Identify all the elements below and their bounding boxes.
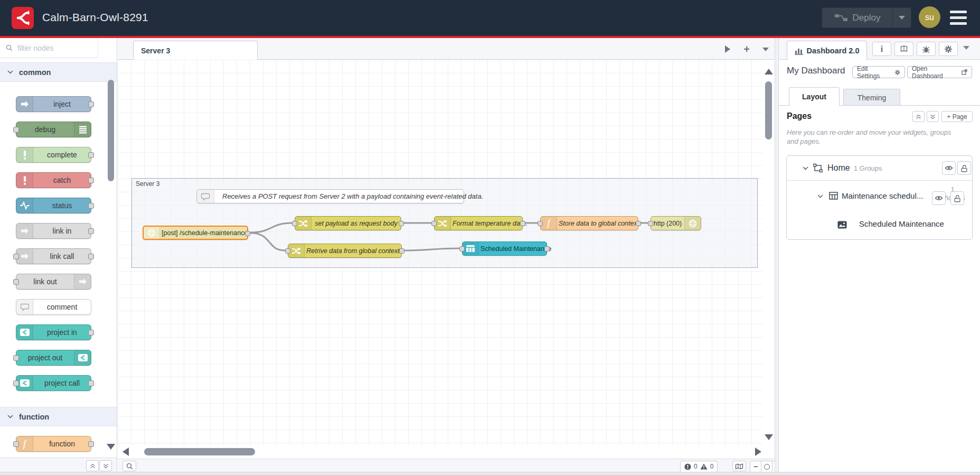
node-input-port[interactable] <box>13 355 19 361</box>
group-visibility-button[interactable] <box>932 191 946 205</box>
node-input-port[interactable] <box>13 254 19 259</box>
canvas-scroll-left-icon[interactable] <box>123 448 129 456</box>
node-input-port[interactable] <box>285 248 290 254</box>
deploy-button[interactable]: Deploy <box>822 7 911 28</box>
group-name: Maintenance schedul... <box>842 191 923 200</box>
tab-dashboard-2[interactable]: Dashboard 2.0 <box>787 41 867 60</box>
node-input-port[interactable] <box>292 221 297 226</box>
node-output-port[interactable] <box>636 221 641 226</box>
page-lock-button[interactable] <box>957 161 971 175</box>
zoom-reset-button[interactable] <box>761 461 772 472</box>
palette-node-catch[interactable]: catch <box>16 172 91 188</box>
page-visibility-button[interactable] <box>942 161 956 175</box>
flow-node-format-temperature[interactable]: Format temperature data. <box>434 216 523 230</box>
chevron-down-icon[interactable] <box>803 166 808 170</box>
node-output-port[interactable] <box>399 248 404 254</box>
node-input-port[interactable] <box>13 127 19 133</box>
sidebar-resize-handle[interactable] <box>775 38 779 472</box>
palette-scrollbar[interactable] <box>108 80 114 181</box>
inject-arrow-icon <box>16 97 33 111</box>
palette-node-project-out[interactable]: project out <box>16 350 91 366</box>
flow-node-http-response[interactable]: http (200) <box>651 216 701 230</box>
palette-node-debug[interactable]: debug <box>16 122 91 137</box>
info-tab-button[interactable]: i <box>872 42 891 56</box>
node-output-port[interactable] <box>88 441 94 447</box>
node-input-port[interactable] <box>459 246 465 252</box>
node-output-port[interactable] <box>88 330 94 336</box>
flow-node-http-in[interactable]: [post] /schedule-maintenance <box>143 226 248 240</box>
palette-node-status[interactable]: status <box>16 198 91 213</box>
canvas-horizontal-scrollbar[interactable] <box>144 448 255 455</box>
palette-filter-input[interactable] <box>16 43 90 53</box>
palette-node-function[interactable]: f function <box>16 436 91 452</box>
palette-category-function[interactable]: function <box>0 407 117 426</box>
collapse-all-pages-button[interactable] <box>912 111 925 122</box>
add-page-button[interactable]: + Page <box>941 111 973 122</box>
palette-node-project-in[interactable]: project in <box>16 324 91 340</box>
debug-tab-button[interactable] <box>917 42 936 56</box>
node-output-port[interactable] <box>88 152 94 158</box>
open-dashboard-button[interactable]: Open Dashboard <box>907 66 972 78</box>
node-input-port[interactable] <box>13 279 19 285</box>
node-input-port[interactable] <box>13 441 19 447</box>
node-output-port[interactable] <box>88 380 94 386</box>
node-output-port[interactable] <box>88 203 94 209</box>
group-lock-button[interactable] <box>950 191 964 205</box>
gear-icon <box>944 45 953 53</box>
edit-settings-button[interactable]: Edit Settings <box>852 66 905 78</box>
palette-node-comment[interactable]: comment <box>16 299 91 315</box>
node-output-port[interactable] <box>245 231 250 236</box>
zoom-out-button[interactable]: − <box>750 461 761 472</box>
tree-row-widget[interactable]: Scheduled Maintenance <box>787 211 972 239</box>
canvas-scroll-right-icon[interactable] <box>755 448 761 456</box>
navigator-button[interactable] <box>732 461 746 471</box>
palette-category-common[interactable]: common <box>0 62 117 82</box>
tab-layout[interactable]: Layout <box>789 87 840 106</box>
palette-node-inject[interactable]: inject <box>16 96 91 112</box>
bug-icon <box>922 45 930 53</box>
canvas-scroll-down-icon[interactable] <box>765 434 773 440</box>
palette-expand-all-button[interactable] <box>99 460 112 471</box>
flow-node-set-payload[interactable]: set payload as request body <box>295 216 401 230</box>
search-flows-button[interactable] <box>123 461 136 471</box>
tree-row-group[interactable]: Maintenance schedul... 1 Widgets <box>787 181 972 211</box>
tab-theming[interactable]: Theming <box>843 89 900 106</box>
flow-node-retrieve-global[interactable]: Retrive data from global context <box>288 244 402 258</box>
node-output-port[interactable] <box>88 228 94 234</box>
palette-node-link-call[interactable]: link call <box>16 248 91 264</box>
node-output-port[interactable] <box>88 101 94 107</box>
node-input-port[interactable] <box>13 380 19 386</box>
tree-row-home[interactable]: Home 1 Groups <box>787 156 972 181</box>
palette-search[interactable] <box>0 38 98 58</box>
help-tab-button[interactable] <box>894 42 913 56</box>
deploy-options-button[interactable] <box>892 8 911 27</box>
flow-node-ui-table[interactable]: Scheduled Maintenance <box>462 241 547 256</box>
node-input-port[interactable] <box>538 221 543 226</box>
node-input-port[interactable] <box>431 221 437 226</box>
palette-collapse-all-button[interactable] <box>86 460 99 471</box>
palette-node-complete[interactable]: complete <box>16 147 91 163</box>
config-tab-button[interactable] <box>939 42 958 56</box>
main-menu-button[interactable] <box>950 11 967 25</box>
expand-all-pages-button[interactable] <box>927 111 939 122</box>
sidebar-options-button[interactable] <box>963 46 969 50</box>
palette-node-project-call[interactable]: project call <box>16 375 91 391</box>
flow-node-comment[interactable]: Receives a POST request from Server 2 wi… <box>196 189 464 203</box>
notification-counts[interactable]: 0 0 <box>680 461 718 472</box>
search-icon <box>126 463 133 470</box>
node-output-port[interactable] <box>399 221 404 226</box>
canvas-scroll-up-icon[interactable] <box>765 69 773 74</box>
palette-node-link-in[interactable]: link in <box>16 223 91 239</box>
palette-node-link-out[interactable]: link out <box>16 274 91 290</box>
flow-node-store-global[interactable]: f Store data to global context <box>540 216 638 230</box>
node-input-port[interactable] <box>648 221 653 226</box>
node-output-port[interactable] <box>520 221 525 226</box>
canvas-vertical-scrollbar[interactable] <box>765 81 772 139</box>
palette-scroll-down-icon[interactable] <box>107 444 115 450</box>
chevron-down-icon <box>963 46 969 50</box>
node-output-port[interactable] <box>88 178 94 183</box>
node-output-port[interactable] <box>88 254 94 259</box>
chevron-down-icon[interactable] <box>817 194 823 198</box>
node-output-port[interactable] <box>544 246 550 252</box>
user-avatar[interactable]: su <box>919 6 940 28</box>
